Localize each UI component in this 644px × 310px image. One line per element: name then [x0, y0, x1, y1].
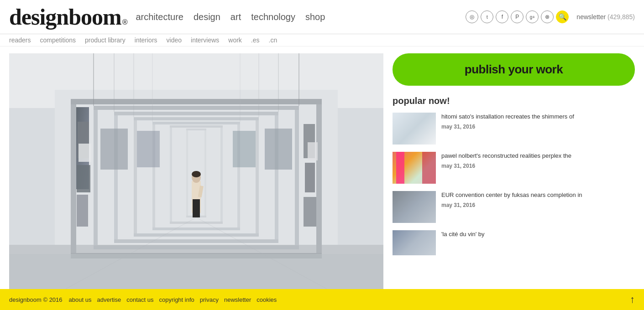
nav-interiors[interactable]: interiors — [135, 36, 157, 44]
popular-item-2[interactable]: pawel nolbert's reconstructed realities … — [393, 152, 635, 184]
nav-video[interactable]: video — [167, 36, 182, 44]
newsletter-label: newsletter (429,885) — [576, 13, 635, 21]
svg-rect-41 — [100, 129, 128, 170]
popular-item-date-3: may 31, 2016 — [441, 202, 582, 208]
svg-rect-28 — [170, 222, 223, 224]
footer-contact[interactable]: contact us — [126, 296, 153, 303]
popular-title: popular now! — [393, 96, 635, 106]
popular-thumb-2 — [393, 152, 436, 184]
nav-product-library[interactable]: product library — [85, 36, 126, 44]
popular-item-1[interactable]: hitomi sato's installation recreates the… — [393, 113, 635, 145]
article-illustration — [9, 53, 383, 295]
svg-rect-27 — [170, 125, 223, 128]
logo-area: designboom ® — [9, 4, 127, 30]
svg-rect-42 — [137, 131, 160, 167]
popular-item-info-2: pawel nolbert's reconstructed realities … — [441, 152, 571, 184]
secondary-nav: readers competitions product library int… — [0, 34, 644, 46]
svg-rect-37 — [77, 195, 88, 227]
svg-rect-39 — [305, 163, 315, 192]
svg-rect-20 — [134, 233, 259, 237]
footer-cookies[interactable]: cookies — [257, 296, 277, 303]
publish-your-work-button[interactable]: publish your work — [393, 53, 635, 86]
popular-thumb-4 — [393, 230, 436, 255]
google-plus-icon[interactable]: g+ — [526, 10, 539, 23]
popular-item-date-1: may 31, 2016 — [441, 124, 574, 130]
popular-thumb-3 — [393, 191, 436, 223]
nav-work[interactable]: work — [228, 36, 242, 44]
popular-item-info-4: 'la cité du vin' by — [441, 230, 485, 255]
svg-rect-44 — [265, 129, 292, 170]
footer-copyright: designboom © 2016 — [9, 296, 63, 303]
popular-item-info-3: EUR convention center by fuksas nears co… — [441, 191, 582, 223]
popular-item-info-1: hitomi sato's installation recreates the… — [441, 113, 574, 145]
svg-rect-12 — [94, 245, 299, 249]
svg-rect-43 — [233, 131, 256, 167]
svg-rect-16 — [114, 239, 278, 243]
svg-rect-6 — [316, 99, 322, 258]
rss-icon[interactable]: ⊗ — [541, 10, 554, 23]
svg-rect-9 — [94, 106, 98, 249]
popular-item-title-4: 'la cité du vin' by — [441, 230, 485, 239]
svg-rect-36 — [77, 165, 90, 192]
instagram-icon[interactable]: ◎ — [466, 10, 478, 23]
svg-rect-46 — [308, 142, 318, 160]
svg-point-50 — [192, 171, 201, 177]
nav-technology[interactable]: technology — [251, 12, 295, 22]
twitter-icon[interactable]: t — [481, 10, 493, 23]
nav-architecture[interactable]: architecture — [136, 12, 183, 22]
svg-rect-31 — [186, 129, 206, 130]
popular-item-title-1: hitomi sato's installation recreates the… — [441, 113, 574, 121]
svg-rect-48 — [193, 199, 200, 217]
svg-rect-17 — [134, 117, 137, 237]
svg-rect-29 — [186, 129, 188, 217]
sidebar: publish your work popular now! hitomi sa… — [393, 53, 635, 297]
popular-item-date-2: may 31, 2016 — [441, 163, 571, 169]
header: designboom ® architecture design art tec… — [0, 0, 644, 34]
header-icons: ◎ t f P g+ ⊗ 🔍 newsletter (429,885) — [466, 10, 635, 23]
popular-item-title-2: pawel nolbert's reconstructed realities … — [441, 152, 571, 160]
svg-rect-10 — [295, 106, 299, 249]
facebook-icon[interactable]: f — [496, 10, 508, 23]
svg-rect-25 — [170, 125, 172, 224]
nav-art[interactable]: art — [230, 12, 241, 22]
footer-privacy[interactable]: privacy — [200, 296, 219, 303]
footer-links: designboom © 2016 about us advertise con… — [9, 296, 277, 303]
footer-copyright-info[interactable]: copyright info — [159, 296, 194, 303]
logo-reg: ® — [122, 18, 128, 26]
svg-rect-11 — [94, 106, 299, 110]
footer: designboom © 2016 about us advertise con… — [0, 289, 644, 310]
nav-es[interactable]: .es — [251, 36, 260, 44]
nav-design[interactable]: design — [194, 12, 220, 22]
popular-item-4[interactable]: 'la cité du vin' by — [393, 230, 635, 255]
popular-thumb-1 — [393, 113, 436, 145]
svg-rect-4 — [71, 99, 76, 258]
scroll-to-top-button[interactable]: ↑ — [630, 294, 635, 305]
logo-text[interactable]: designboom — [9, 4, 121, 30]
footer-newsletter[interactable]: newsletter — [224, 296, 251, 303]
search-button[interactable]: 🔍 — [556, 10, 569, 23]
svg-rect-26 — [220, 125, 223, 224]
svg-rect-40 — [304, 197, 316, 227]
pinterest-icon[interactable]: P — [511, 10, 524, 23]
nav-readers[interactable]: readers — [9, 36, 31, 44]
popular-item-title-3: EUR convention center by fuksas nears co… — [441, 191, 582, 200]
svg-rect-15 — [114, 112, 278, 115]
nav-shop[interactable]: shop — [305, 12, 325, 22]
nav-cn[interactable]: .cn — [269, 36, 277, 44]
svg-rect-7 — [71, 99, 322, 104]
svg-rect-45 — [79, 144, 91, 162]
nav-interviews[interactable]: interviews — [191, 36, 219, 44]
svg-rect-23 — [152, 122, 240, 124]
nav-competitions[interactable]: competitions — [40, 36, 76, 44]
popular-item-3[interactable]: EUR convention center by fuksas nears co… — [393, 191, 635, 223]
main-nav: architecture design art technology shop — [136, 12, 325, 22]
footer-advertise[interactable]: advertise — [97, 296, 121, 303]
popular-section: popular now! hitomi sato's installation … — [393, 96, 635, 255]
main-content: publish your work popular now! hitomi sa… — [0, 46, 644, 310]
article-image[interactable] — [9, 53, 383, 297]
svg-rect-30 — [204, 129, 206, 217]
footer-about[interactable]: about us — [69, 296, 92, 303]
svg-rect-24 — [152, 227, 240, 230]
svg-rect-18 — [256, 117, 259, 237]
